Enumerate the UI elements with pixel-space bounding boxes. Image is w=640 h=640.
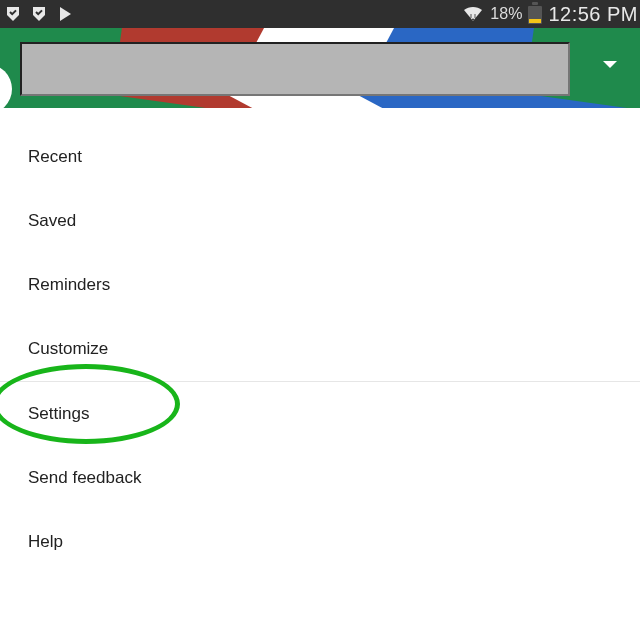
svg-point-0	[472, 19, 474, 21]
menu-item-send-feedback[interactable]: Send feedback	[0, 446, 640, 510]
status-bar: 18% 12:56 PM	[0, 0, 640, 28]
check-icon	[4, 5, 22, 23]
menu-item-help[interactable]: Help	[0, 510, 640, 574]
account-dropdown-icon[interactable]	[602, 60, 618, 70]
battery-icon	[528, 4, 542, 24]
menu-label: Customize	[28, 339, 108, 359]
menu-item-saved[interactable]: Saved	[0, 189, 640, 253]
menu-label: Settings	[28, 404, 89, 424]
app-screen: 18% 12:56 PM Recent Saved Reminders Cust…	[0, 0, 640, 640]
menu-label: Send feedback	[28, 468, 141, 488]
menu-item-reminders[interactable]: Reminders	[0, 253, 640, 317]
status-right: 18% 12:56 PM	[462, 3, 640, 26]
status-clock: 12:56 PM	[548, 3, 638, 26]
battery-percent: 18%	[490, 5, 522, 23]
menu-item-recent[interactable]: Recent	[0, 125, 640, 189]
menu-label: Saved	[28, 211, 76, 231]
menu-label: Reminders	[28, 275, 110, 295]
play-store-icon	[56, 5, 74, 23]
search-input[interactable]	[20, 42, 570, 96]
check-icon	[30, 5, 48, 23]
drawer-menu: Recent Saved Reminders Customize Setting…	[0, 125, 640, 574]
menu-label: Help	[28, 532, 63, 552]
menu-item-customize[interactable]: Customize	[0, 317, 640, 381]
menu-label: Recent	[28, 147, 82, 167]
status-left-icons	[0, 5, 74, 23]
menu-item-settings[interactable]: Settings	[0, 382, 640, 446]
wifi-icon	[462, 5, 484, 23]
